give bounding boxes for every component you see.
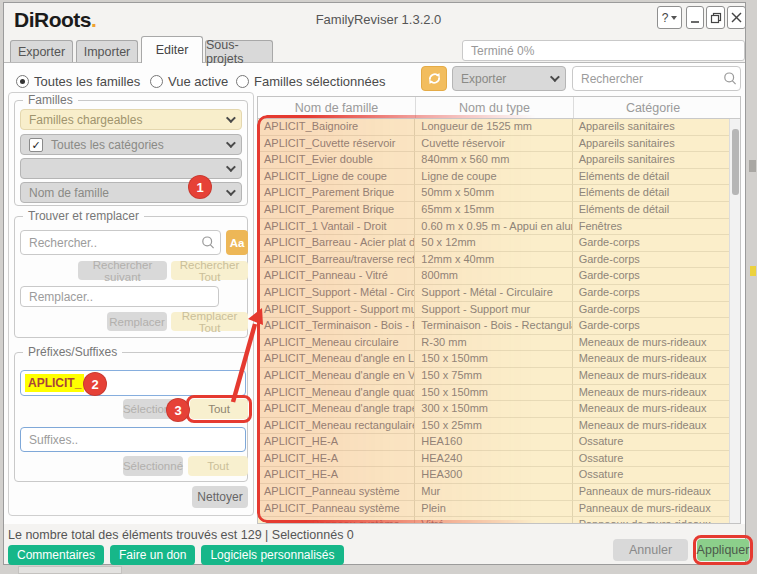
minimize-button[interactable] [686, 6, 704, 29]
table-row[interactable]: APLICIT_Parement Brique65mm x 15mmElémen… [258, 202, 730, 219]
table-row[interactable]: APLICIT_Parement Brique50mm x 50mmElémen… [258, 185, 730, 202]
cancel-button[interactable]: Annuler [613, 539, 688, 561]
table-cell: Meneaux de murs-rideaux [573, 368, 730, 385]
action-dropdown[interactable]: Exporter [452, 66, 566, 91]
table-cell: APLICIT_Meneau d'angle en L [258, 351, 415, 368]
table-cell: APLICIT_Cuvette réservoir [258, 136, 415, 153]
tab-sous-projets[interactable]: Sous-projets [205, 40, 273, 62]
replace-input[interactable] [20, 286, 219, 307]
table-row[interactable]: APLICIT_HE-AHEA160Ossature [258, 434, 730, 451]
table-header: Nom de famille Nom du type Catégorie [258, 97, 740, 119]
refresh-button[interactable] [421, 66, 447, 91]
table-row[interactable]: APLICIT_1 Vantail - Droit0.60 m x 0.95 m… [258, 219, 730, 236]
table-cell: Ossature [573, 467, 730, 484]
dropdown-value: Toutes les catégories [51, 138, 164, 152]
table-row[interactable]: APLICIT_Meneau rectangulaire150 x 25mmMe… [258, 418, 730, 435]
help-button[interactable]: ? [657, 6, 682, 29]
table-cell: HEA300 [415, 467, 572, 484]
table-cell: Garde-corps [573, 318, 730, 335]
scrollbar-thumb[interactable] [732, 129, 739, 195]
table-cell: Meneaux de murs-rideaux [573, 335, 730, 352]
table-row[interactable]: APLICIT_Meneau d'angle trapézoïd300 x 15… [258, 401, 730, 418]
table-cell: APLICIT_Baignoire [258, 119, 415, 136]
clean-button[interactable]: Nettoyer [192, 486, 248, 508]
table-row[interactable]: APLICIT_Panneau - Vitré800mmGarde-corps [258, 268, 730, 285]
table-row[interactable]: APLICIT_Support - Support murSupport - S… [258, 302, 730, 319]
radio-vue-active[interactable] [150, 75, 163, 88]
table-row[interactable]: APLICIT_Support - Métal - CirculaireSupp… [258, 285, 730, 302]
table-cell: Eléments de détail [573, 169, 730, 186]
tab-editer[interactable]: Editer [141, 36, 203, 63]
column-header-categorie[interactable]: Catégorie [574, 97, 732, 118]
table-row[interactable]: APLICIT_Meneau d'angle en V150 x 75mmMen… [258, 368, 730, 385]
find-input[interactable] [20, 230, 221, 255]
table-cell: Mur [415, 484, 572, 501]
table-cell: HEA240 [415, 451, 572, 468]
table-cell: Panneaux de murs-rideaux [573, 517, 730, 524]
table-row[interactable]: APLICIT_Cuvette réservoirCuvette réservo… [258, 136, 730, 153]
comments-button[interactable]: Commentaires [8, 545, 104, 565]
radio-label: Toutes les familles [34, 74, 140, 89]
chevron-down-icon [671, 16, 677, 20]
categories-dropdown[interactable]: ✓ Toutes les catégories [20, 134, 242, 155]
close-button[interactable] [727, 6, 746, 29]
annotation-badge-3: 3 [167, 399, 189, 421]
table-cell: APLICIT_Panneau - Vitré [258, 268, 415, 285]
table-scrollbar[interactable] [729, 119, 740, 524]
table-cell: Terminaison - Bois - Rectangulaire [415, 318, 572, 335]
table-cell: Support - Métal - Circulaire [415, 285, 572, 302]
table-row[interactable]: APLICIT_Panneau systèmeVitréPanneaux de … [258, 517, 730, 524]
table-cell: Eléments de détail [573, 185, 730, 202]
table-cell: Garde-corps [573, 268, 730, 285]
table-cell: 800mm [415, 268, 572, 285]
table-cell: APLICIT_Meneau rectangulaire [258, 418, 415, 435]
table-cell: Fenêtres [573, 219, 730, 236]
radio-toutes-les-familles[interactable] [16, 75, 29, 88]
table-row[interactable]: APLICIT_BaignoireLongueur de 1525 mmAppa… [258, 119, 730, 136]
prefix-input[interactable]: APLICIT_ [20, 370, 246, 396]
find-next-button[interactable]: Rechercher suivant [78, 261, 167, 280]
table-row[interactable]: APLICIT_Panneau systèmeMurPanneaux de mu… [258, 484, 730, 501]
donate-button[interactable]: Faire un don [110, 545, 195, 565]
dropdown-value: Familles chargeables [29, 113, 142, 127]
chevron-down-icon [226, 113, 236, 123]
table-row[interactable]: APLICIT_Meneau d'angle quadrilaté150 x 1… [258, 385, 730, 402]
column-header-nom-de-famille[interactable]: Nom de famille [258, 97, 416, 118]
table-row[interactable]: APLICIT_Panneau systèmePleinPanneaux de … [258, 501, 730, 518]
match-case-button[interactable]: Aa [226, 230, 248, 255]
table-row[interactable]: APLICIT_HE-AHEA300Ossature [258, 467, 730, 484]
radio-familles-selectionnees[interactable] [236, 75, 249, 88]
suffix-selected-button[interactable]: Sélectionné [123, 456, 183, 476]
family-kind-dropdown[interactable]: Familles chargeables [20, 109, 242, 130]
suffix-input[interactable] [20, 427, 246, 452]
table-row[interactable]: APLICIT_Terminaison - Bois - RectaTermin… [258, 318, 730, 335]
table-row[interactable]: APLICIT_Barreau/traverse rectangu12mm x … [258, 252, 730, 269]
categories-checkbox[interactable]: ✓ [29, 138, 43, 152]
table-cell: APLICIT_Barreau/traverse rectangu [258, 252, 415, 269]
table-row[interactable]: APLICIT_Barreau - Acier plat droit50 x 1… [258, 235, 730, 252]
table-row[interactable]: APLICIT_Meneau circulaireR-30 mmMeneaux … [258, 335, 730, 352]
column-header-nom-du-type[interactable]: Nom du type [416, 97, 574, 118]
table-cell: Plein [415, 501, 572, 518]
find-all-button[interactable]: Rechercher Tout [171, 261, 248, 280]
table-row[interactable]: APLICIT_HE-AHEA240Ossature [258, 451, 730, 468]
families-table: Nom de famille Nom du type Catégorie APL… [257, 96, 741, 524]
table-cell: Meneaux de murs-rideaux [573, 351, 730, 368]
annotation-badge-2: 2 [84, 373, 106, 395]
replace-all-button[interactable]: Remplacer Tout [171, 312, 248, 331]
table-row[interactable]: APLICIT_Meneau d'angle en L150 x 150mmMe… [258, 351, 730, 368]
table-row[interactable]: APLICIT_Evier double840mm x 560 mmAppare… [258, 152, 730, 169]
tab-exporter[interactable]: Exporter [10, 40, 73, 62]
tab-importer[interactable]: Importer [76, 40, 138, 62]
table-cell: Ligne de coupe [415, 169, 572, 186]
global-search-input[interactable] [572, 66, 741, 91]
table-row[interactable]: APLICIT_Ligne de coupeLigne de coupeElém… [258, 169, 730, 186]
restore-button[interactable] [706, 6, 725, 29]
table-cell: Longueur de 1525 mm [415, 119, 572, 136]
table-cell: APLICIT_Meneau d'angle en V [258, 368, 415, 385]
category-filter-dropdown[interactable] [20, 158, 242, 179]
replace-button[interactable]: Remplacer [107, 312, 167, 331]
table-cell: Panneaux de murs-rideaux [573, 501, 730, 518]
custom-software-button[interactable]: Logiciels personnalisés [201, 545, 343, 565]
suffix-all-button[interactable]: Tout [188, 456, 248, 476]
